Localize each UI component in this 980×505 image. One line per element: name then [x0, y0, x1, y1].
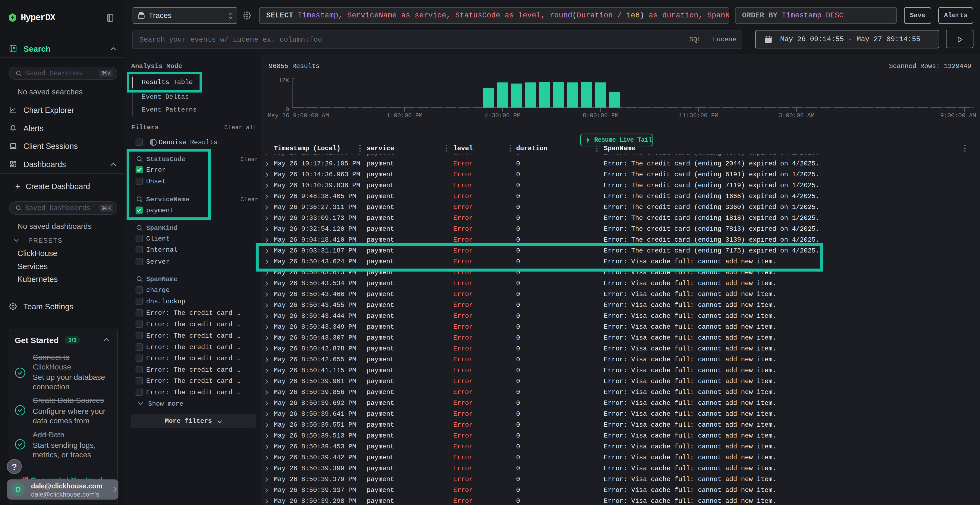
svg-text:4:30:00 PM: 4:30:00 PM — [485, 113, 520, 119]
svg-text:May 26 9:00:00 AM: May 26 9:00:00 AM — [268, 113, 329, 119]
svg-text:1:00:00 PM: 1:00:00 PM — [387, 113, 423, 119]
svg-text:3:00:00 AM: 3:00:00 AM — [778, 113, 815, 119]
svg-text:8:00:00 PM: 8:00:00 PM — [582, 113, 619, 119]
svg-text:12K: 12K — [278, 77, 289, 84]
svg-text:9:00:00 AM: 9:00:00 AM — [940, 113, 976, 119]
svg-text:11:30:00 PM: 11:30:00 PM — [679, 113, 718, 119]
